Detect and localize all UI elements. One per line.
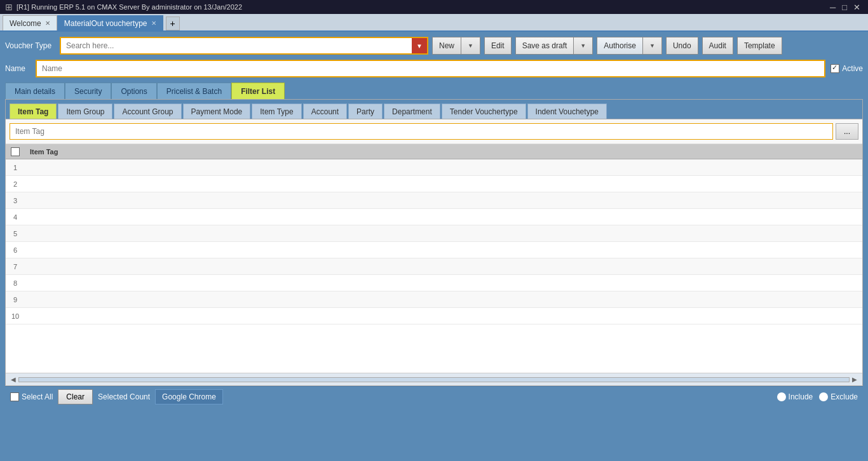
row-number: 6 bbox=[6, 246, 25, 254]
table-row[interactable]: 9 bbox=[6, 291, 862, 308]
exclude-option[interactable]: Exclude bbox=[819, 392, 858, 401]
include-radio[interactable] bbox=[777, 392, 786, 401]
row-number: 7 bbox=[6, 263, 25, 271]
scroll-area: ◀ ▶ bbox=[6, 373, 862, 385]
table-row[interactable]: 6 bbox=[6, 242, 862, 258]
select-all-checkbox[interactable] bbox=[10, 392, 19, 401]
select-all-label: Select All bbox=[22, 392, 53, 401]
tab-materialout-label: MaterialOut vouchertype bbox=[64, 19, 147, 28]
select-all-header-checkbox[interactable] bbox=[11, 147, 20, 156]
row-number: 2 bbox=[6, 180, 25, 188]
filter-tab-item-tag[interactable]: Item Tag bbox=[10, 104, 57, 119]
save-draft-dropdown[interactable]: ▼ bbox=[573, 37, 593, 55]
grid-container[interactable]: Item Tag 1 2 3 4 5 6 7 8 bbox=[6, 144, 862, 373]
voucher-type-search-input[interactable] bbox=[60, 37, 428, 55]
scroll-right-button[interactable]: ▶ bbox=[850, 376, 860, 383]
window-title: [R1] Running ERP 5.1 on CMAX Server By a… bbox=[17, 3, 242, 11]
table-row[interactable]: 1 bbox=[6, 159, 862, 176]
active-label: Active bbox=[842, 64, 863, 73]
grid-header-checkbox[interactable] bbox=[6, 147, 25, 156]
tab-materialout-close[interactable]: ✕ bbox=[151, 20, 156, 27]
exclude-radio[interactable] bbox=[819, 392, 828, 401]
section-area: Main details Security Options Pricelist … bbox=[5, 83, 863, 386]
filter-tab-payment-mode[interactable]: Payment Mode bbox=[183, 104, 251, 119]
active-checkbox-wrap: Active bbox=[831, 64, 863, 73]
save-draft-group: Save as draft ▼ bbox=[515, 37, 593, 55]
search-dropdown-arrow[interactable] bbox=[412, 38, 427, 53]
table-row[interactable]: 10 bbox=[6, 308, 862, 324]
row-number: 10 bbox=[6, 312, 25, 320]
add-tab-button[interactable]: + bbox=[166, 17, 180, 30]
title-bar: ⊞ [R1] Running ERP 5.1 on CMAX Server By… bbox=[0, 0, 868, 14]
audit-button[interactable]: Audit bbox=[702, 37, 733, 55]
window-controls[interactable]: ─ □ ✕ bbox=[827, 3, 863, 12]
filter-tab-party[interactable]: Party bbox=[348, 104, 383, 119]
table-row[interactable]: 5 bbox=[6, 225, 862, 242]
include-option[interactable]: Include bbox=[777, 392, 813, 401]
active-checkbox[interactable] bbox=[831, 64, 839, 73]
row-number: 9 bbox=[6, 296, 25, 304]
row-number: 5 bbox=[6, 230, 25, 237]
close-button[interactable]: ✕ bbox=[851, 3, 863, 12]
authorise-dropdown[interactable]: ▼ bbox=[642, 37, 662, 55]
include-exclude-section: Include Exclude bbox=[777, 392, 858, 401]
voucher-type-label: Voucher Type bbox=[5, 41, 56, 50]
table-row[interactable]: 3 bbox=[6, 192, 862, 209]
google-chrome-label: Google Chrome bbox=[162, 392, 216, 401]
table-row[interactable]: 8 bbox=[6, 275, 862, 291]
minimize-button[interactable]: ─ bbox=[827, 3, 838, 12]
scroll-track[interactable] bbox=[18, 377, 850, 382]
google-chrome-button[interactable]: Google Chrome bbox=[155, 389, 223, 404]
edit-button[interactable]: Edit bbox=[484, 37, 512, 55]
item-tag-browse-button[interactable]: ... bbox=[836, 123, 858, 140]
item-tag-input[interactable] bbox=[10, 123, 833, 140]
row-number: 3 bbox=[6, 197, 25, 204]
tab-security[interactable]: Security bbox=[65, 83, 111, 99]
row-number: 4 bbox=[6, 213, 25, 221]
filter-tab-item-type[interactable]: Item Type bbox=[252, 104, 301, 119]
row-number: 8 bbox=[6, 279, 25, 287]
filter-tabs: Item Tag Item Group Account Group Paymen… bbox=[6, 100, 862, 119]
tab-welcome[interactable]: Welcome ✕ bbox=[3, 15, 57, 30]
grid-rows: 1 2 3 4 5 6 7 8 9 10 bbox=[6, 159, 862, 324]
maximize-button[interactable]: □ bbox=[839, 3, 850, 12]
undo-button[interactable]: Undo bbox=[666, 37, 698, 55]
new-button-group: New ▼ bbox=[432, 37, 480, 55]
filter-tab-tender-vouchertype[interactable]: Tender Vouchertype bbox=[442, 104, 526, 119]
table-row[interactable]: 7 bbox=[6, 258, 862, 275]
filter-tab-department[interactable]: Department bbox=[384, 104, 440, 119]
filter-tab-indent-vouchetype[interactable]: Indent Vouchetype bbox=[527, 104, 607, 119]
toolbar: Voucher Type New ▼ Edit Save as draft ▼ … bbox=[5, 37, 863, 55]
new-dropdown-button[interactable]: ▼ bbox=[461, 37, 480, 55]
exclude-label: Exclude bbox=[831, 392, 858, 401]
filter-tab-account-group[interactable]: Account Group bbox=[114, 104, 181, 119]
tab-pricelist-batch[interactable]: Pricelist & Batch bbox=[157, 83, 231, 99]
template-button[interactable]: Template bbox=[737, 37, 782, 55]
tab-welcome-label: Welcome bbox=[10, 19, 41, 28]
name-row: Name Active bbox=[5, 60, 863, 77]
grid-header-item-tag: Item Tag bbox=[25, 148, 862, 156]
main-content: Voucher Type New ▼ Edit Save as draft ▼ … bbox=[0, 32, 868, 461]
filter-tab-account[interactable]: Account bbox=[303, 104, 347, 119]
table-row[interactable]: 2 bbox=[6, 176, 862, 192]
table-row[interactable]: 4 bbox=[6, 209, 862, 225]
name-label: Name bbox=[5, 64, 31, 73]
tab-main-details[interactable]: Main details bbox=[5, 83, 65, 99]
scroll-left-button[interactable]: ◀ bbox=[8, 376, 18, 383]
tab-welcome-close[interactable]: ✕ bbox=[45, 20, 50, 27]
tab-content: Item Tag Item Group Account Group Paymen… bbox=[5, 99, 863, 386]
name-input[interactable] bbox=[36, 60, 825, 77]
new-button[interactable]: New bbox=[432, 37, 461, 55]
tab-filter-list[interactable]: Filter List bbox=[231, 83, 285, 99]
section-tabs: Main details Security Options Pricelist … bbox=[5, 83, 863, 99]
authorise-button[interactable]: Authorise bbox=[597, 37, 642, 55]
clear-button[interactable]: Clear bbox=[58, 389, 93, 404]
include-label: Include bbox=[789, 392, 813, 401]
authorise-group: Authorise ▼ bbox=[597, 37, 662, 55]
item-tag-search-row: ... bbox=[6, 119, 862, 144]
bottom-bar: Select All Clear Selected Count Google C… bbox=[5, 386, 863, 406]
tab-options[interactable]: Options bbox=[111, 83, 156, 99]
filter-tab-item-group[interactable]: Item Group bbox=[58, 104, 112, 119]
tab-materialout[interactable]: MaterialOut vouchertype ✕ bbox=[57, 15, 163, 30]
save-as-draft-button[interactable]: Save as draft bbox=[515, 37, 574, 55]
